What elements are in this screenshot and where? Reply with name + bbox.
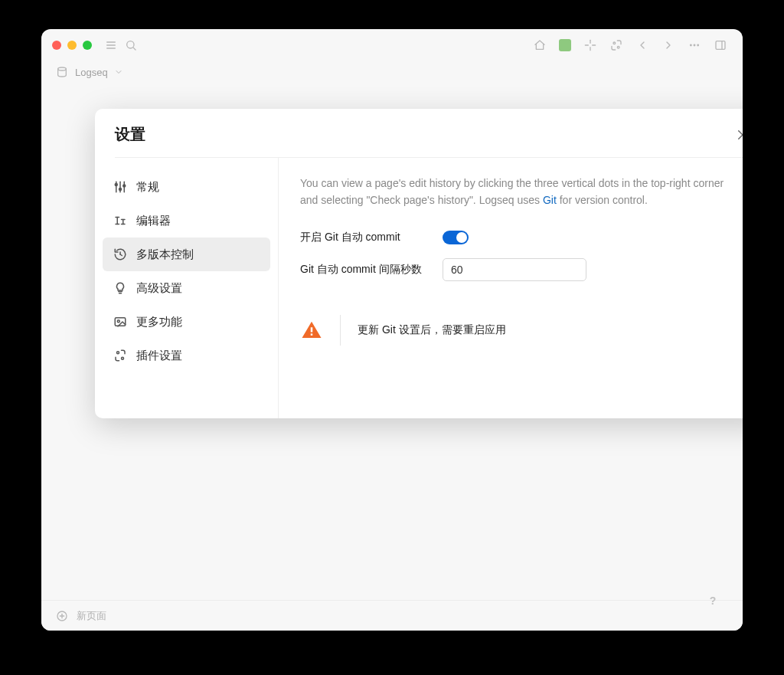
titlebar-right [533, 38, 732, 52]
nav-forward-icon[interactable] [662, 38, 675, 52]
sidebar-item-advanced[interactable]: 高级设置 [103, 271, 270, 305]
extensions-icon[interactable] [609, 38, 623, 52]
svg-line-25 [120, 254, 122, 256]
settings-main: You can view a page's edit history by cl… [279, 158, 743, 418]
window-close-button[interactable] [52, 41, 61, 50]
settings-modal: 设置 常规 编辑器 [95, 109, 743, 418]
nav-back-icon[interactable] [635, 38, 649, 52]
intro-suffix: for version control. [557, 194, 648, 206]
svg-rect-31 [311, 333, 313, 336]
sidebar-item-version-control[interactable]: 多版本控制 [103, 238, 270, 271]
sidebar-item-label: 插件设置 [136, 349, 182, 363]
row-interval: Git 自动 commit 间隔秒数 [300, 258, 743, 281]
image-icon [113, 315, 127, 329]
auto-commit-toggle[interactable] [443, 231, 469, 244]
sidebar-item-features[interactable]: 更多功能 [103, 305, 270, 339]
modal-title: 设置 [115, 124, 145, 145]
graph-status-icon[interactable] [559, 39, 571, 51]
divider [340, 315, 341, 346]
home-icon[interactable] [533, 38, 547, 52]
sidebar-item-general[interactable]: 常规 [103, 170, 270, 204]
chevron-down-icon[interactable] [114, 67, 123, 77]
svg-point-23 [123, 185, 126, 187]
sidebar-item-label: 常规 [136, 180, 159, 195]
svg-point-27 [117, 320, 119, 323]
auto-commit-label: 开启 Git 自动 commit [300, 231, 443, 244]
breadcrumb-graph-name[interactable]: Logseq [75, 67, 108, 78]
plugin-hub-icon[interactable] [583, 38, 597, 52]
window-maximize-button[interactable] [83, 41, 92, 50]
alert-text: 更新 Git 设置后，需要重启应用 [358, 323, 506, 337]
graph-icon [55, 65, 69, 79]
row-auto-commit: 开启 Git 自动 commit [300, 231, 743, 244]
sidebar-item-editor[interactable]: 编辑器 [103, 204, 270, 238]
svg-point-21 [115, 184, 117, 186]
modal-close-button[interactable] [733, 126, 743, 144]
more-icon[interactable] [688, 38, 701, 52]
breadcrumb: Logseq [41, 61, 743, 83]
interval-input[interactable] [443, 258, 586, 281]
svg-rect-30 [311, 327, 313, 332]
plus-circle-icon [55, 609, 69, 623]
app-window: Logseq 新页面 ? 设置 [41, 29, 743, 631]
sidebar-item-label: 多版本控制 [136, 247, 194, 262]
bulb-icon [113, 281, 127, 295]
sidebar-item-label: 高级设置 [136, 281, 182, 296]
intro-prefix: You can view a page's edit history by cl… [300, 177, 724, 206]
new-page-bar[interactable]: 新页面 [41, 600, 743, 631]
svg-point-9 [697, 44, 699, 46]
window-minimize-button[interactable] [67, 41, 77, 50]
menu-icon[interactable] [104, 38, 118, 52]
git-link[interactable]: Git [543, 194, 557, 206]
svg-point-12 [58, 67, 67, 70]
svg-point-8 [694, 44, 695, 46]
warning-icon [300, 320, 323, 340]
svg-point-6 [617, 46, 619, 48]
intro-text: You can view a page's edit history by cl… [300, 175, 729, 209]
svg-point-3 [127, 41, 134, 48]
sidebar-item-label: 编辑器 [136, 214, 171, 228]
svg-point-22 [119, 188, 122, 191]
svg-point-5 [613, 42, 616, 44]
text-icon [113, 214, 127, 228]
svg-point-29 [122, 357, 124, 359]
new-page-label: 新页面 [77, 609, 106, 623]
sidebar-item-label: 更多功能 [136, 315, 182, 329]
titlebar [41, 29, 743, 61]
help-button[interactable]: ? [704, 592, 721, 609]
svg-line-4 [133, 48, 136, 50]
settings-sidebar: 常规 编辑器 多版本控制 高级设置 [95, 158, 279, 418]
puzzle-icon [113, 349, 127, 362]
sidebar-item-plugin-settings[interactable]: 插件设置 [103, 339, 270, 372]
history-icon [113, 247, 127, 261]
sliders-icon [113, 180, 127, 194]
modal-header: 设置 [95, 109, 743, 157]
svg-point-7 [691, 44, 692, 46]
svg-rect-10 [716, 41, 725, 50]
svg-point-28 [117, 352, 119, 354]
interval-label: Git 自动 commit 间隔秒数 [300, 263, 443, 277]
restart-alert: 更新 Git 设置后，需要重启应用 [300, 315, 743, 346]
search-icon[interactable] [124, 38, 138, 52]
window-controls [52, 41, 92, 50]
right-sidebar-toggle-icon[interactable] [714, 38, 727, 52]
